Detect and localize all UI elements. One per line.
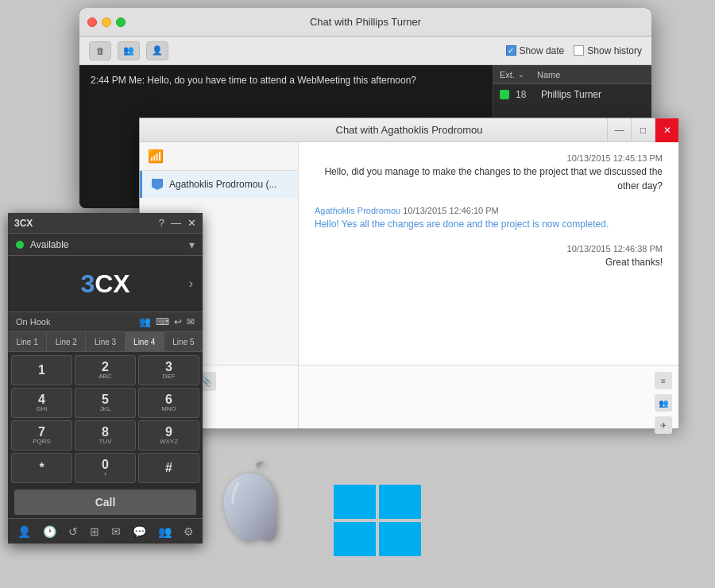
win-contact-name: Agathoklis Prodromou (... (169, 179, 276, 190)
sp-keypad-icon[interactable]: ⌨ (156, 316, 169, 327)
sp-voicemail-icon[interactable]: ✉ (187, 316, 195, 327)
side-icon-3[interactable]: ✈ (655, 416, 672, 434)
msg1-timestamp: 10/13/2015 12:45:13 PM (315, 153, 663, 163)
sp-bubble-icon[interactable]: 💬 (133, 525, 146, 538)
sp-help-btn[interactable]: ? (159, 217, 164, 229)
msg3-timestamp: 10/13/2015 12:46:38 PM (315, 244, 663, 253)
sp-controls: ? — ✕ (159, 217, 196, 229)
win-titlebar: Chat with Agathoklis Prodromou — □ ✕ (140, 118, 678, 142)
sp-bottom-bar: 👤 🕐 ↺ ⊞ ✉ 💬 👥 ⚙ (8, 518, 203, 544)
add-contact-button[interactable]: 👤 (146, 41, 168, 60)
sp-transfer-icon[interactable]: ↩ (174, 316, 182, 327)
sp-key-1[interactable]: 1 (11, 355, 72, 385)
show-history-group[interactable]: Show history (574, 45, 642, 56)
sp-line-3[interactable]: Line 3 (86, 332, 125, 351)
wifi-area: 📶 (140, 142, 298, 171)
mac-window-title: Chat with Phillips Turner (310, 16, 421, 28)
sp-refresh-icon[interactable]: ↺ (68, 525, 78, 538)
apple-logo (214, 458, 286, 556)
sp-key-4[interactable]: 4GHI (11, 388, 72, 418)
sp-history-icon[interactable]: 🕐 (43, 525, 56, 538)
side-icon-2[interactable]: 👥 (655, 394, 672, 412)
contact-row[interactable]: 18 Phillips Turner (493, 84, 651, 105)
sp-key-8[interactable]: 8TUV (75, 420, 136, 451)
show-history-checkbox[interactable] (574, 45, 584, 56)
win-maximize-btn[interactable]: □ (631, 118, 655, 142)
win-close-btn[interactable]: ✕ (655, 118, 678, 142)
contacts-header: Ext. ⌄ Name (493, 65, 651, 84)
win-input-right: ≡ 👥 ✈ (299, 366, 678, 428)
msg3-text: Great thanks! (315, 255, 663, 269)
mac-traffic-lights (87, 17, 126, 27)
win-minimize-btn[interactable]: — (607, 118, 631, 142)
sp-key-hash[interactable]: # (138, 453, 199, 483)
mac-toolbar: 🗑 👥 👤 ✓ Show date Show history (79, 37, 651, 65)
mac-titlebar: Chat with Phillips Turner (79, 8, 651, 37)
show-date-group[interactable]: ✓ Show date (506, 45, 565, 56)
sp-key-5[interactable]: 5JKL (75, 388, 136, 418)
sp-keypad: 1 2ABC 3DEF 4GHI 5JKL 6MNO 7PQRS 8TUV 9W… (8, 352, 203, 486)
mac-maximize-btn[interactable] (116, 17, 126, 27)
ext-column-header: Ext. ⌄ (493, 65, 531, 83)
sp-contacts-bottom-icon[interactable]: 👤 (17, 525, 31, 538)
side-icon-1[interactable]: ≡ (655, 372, 672, 389)
sp-key-star[interactable]: * (11, 453, 72, 483)
mac-minimize-btn[interactable] (102, 17, 111, 27)
mac-chat-message: 2:44 PM Me: Hello, do you have time to a… (91, 73, 481, 87)
sp-settings-icon[interactable]: ⚙ (184, 525, 194, 538)
contacts-button[interactable]: 👥 (118, 41, 140, 60)
show-date-checkbox[interactable]: ✓ (506, 45, 516, 56)
win-tile-4 (379, 522, 421, 556)
wifi-icon: 📶 (148, 149, 164, 163)
contact-name: Phillips Turner (541, 89, 601, 100)
sp-dropdown-arrow[interactable]: ▾ (189, 238, 195, 251)
win-chat-panel: 10/13/2015 12:45:13 PM Hello, did you ma… (299, 142, 678, 365)
sort-icon: ⌄ (518, 71, 524, 79)
sp-key-7[interactable]: 7PQRS (11, 420, 72, 451)
contact-ext: 18 (516, 89, 535, 100)
sp-key-6[interactable]: 6MNO (138, 388, 199, 418)
sp-apps-icon[interactable]: ⊞ (90, 525, 99, 538)
sp-logo-3: 3 (80, 269, 95, 298)
toolbar-right: ✓ Show date Show history (506, 45, 642, 56)
sp-key-2[interactable]: 2ABC (75, 355, 136, 385)
sp-key-9[interactable]: 9WXYZ (138, 420, 199, 451)
sp-team-icon[interactable]: 👥 (158, 525, 172, 538)
sp-call-button[interactable]: Call (14, 489, 196, 515)
sp-title: 3CX (14, 218, 33, 229)
msg2-text: Hello! Yes all the changes are done and … (315, 217, 663, 231)
sp-key-3[interactable]: 3DEF (138, 355, 199, 385)
sp-line-5[interactable]: Line 5 (164, 332, 203, 351)
sp-minimize-btn[interactable]: — (171, 217, 181, 229)
sp-line-4[interactable]: Line 4 (126, 332, 164, 351)
mac-close-btn[interactable] (87, 17, 97, 27)
chat-message-3: 10/13/2015 12:46:38 PM Great thanks! (315, 244, 663, 269)
msg1-text: Hello, did you manage to make the change… (315, 164, 663, 193)
win-input-area: T ☺ 📎 ≡ 👥 ✈ (140, 365, 678, 428)
sp-hook-bar: On Hook 👥 ⌨ ↩ ✉ (8, 311, 203, 332)
sp-line-1[interactable]: Line 1 (8, 332, 47, 351)
apple-svg (214, 458, 286, 545)
sp-status-text: Available (30, 239, 68, 250)
msg2-timestamp: Agathoklis Prodromou 10/13/2015 12:46:10… (315, 206, 663, 215)
sp-line-2[interactable]: Line 2 (47, 332, 86, 351)
win-window-title: Chat with Agathoklis Prodromou (336, 124, 483, 136)
win-contact-item[interactable]: Agathoklis Prodromou (... (140, 171, 298, 198)
delete-button[interactable]: 🗑 (89, 41, 111, 60)
logos-area (214, 458, 421, 556)
msg2-sender: Agathoklis Prodromou (315, 206, 400, 215)
sp-contacts-icon[interactable]: 👥 (139, 316, 151, 327)
sp-hook-icons: 👥 ⌨ ↩ ✉ (139, 316, 195, 327)
sp-logo: 3CX (80, 269, 129, 299)
win-window-controls: — □ ✕ (607, 118, 678, 142)
sp-key-0[interactable]: 0+ (75, 453, 136, 483)
softphone-window: 3CX ? — ✕ Available ▾ 3CX › On Hook 👥 ⌨ … (8, 213, 203, 544)
sp-titlebar: 3CX ? — ✕ (8, 213, 203, 234)
sp-expand-arrow[interactable]: › (189, 277, 193, 291)
contact-bubble-icon (152, 179, 163, 190)
show-date-label: Show date (520, 45, 565, 56)
contact-status-indicator (500, 90, 509, 99)
sp-chat-icon[interactable]: ✉ (111, 525, 121, 538)
sp-close-btn[interactable]: ✕ (187, 217, 196, 229)
sp-logo-area: 3CX › (8, 256, 203, 311)
